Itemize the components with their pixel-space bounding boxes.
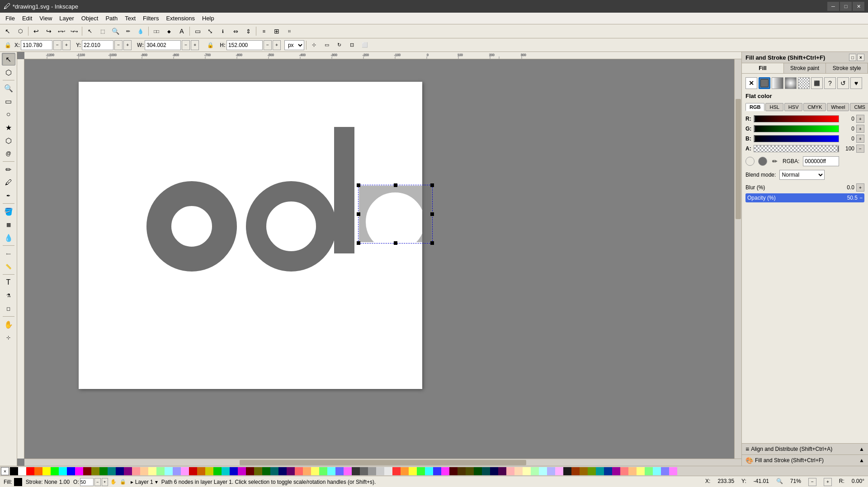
palette-color-swatch[interactable] xyxy=(474,467,482,475)
handle-ml[interactable] xyxy=(357,212,360,216)
palette-color-swatch[interactable] xyxy=(466,467,474,475)
palette-color-swatch[interactable] xyxy=(311,467,319,475)
snap-nodes-btn[interactable]: ⊹ xyxy=(308,40,320,51)
spiral-tool[interactable]: @ xyxy=(2,147,15,160)
select-same-btn[interactable]: ◆ xyxy=(163,26,175,37)
r-slider-thumb[interactable] xyxy=(754,116,755,122)
fill-pattern-btn[interactable] xyxy=(798,77,810,89)
palette-color-swatch[interactable] xyxy=(197,467,205,475)
handle-mr[interactable] xyxy=(430,212,434,216)
spray-tool[interactable]: ⚗ xyxy=(2,289,15,302)
palette-color-swatch[interactable] xyxy=(425,467,433,475)
palette-color-swatch[interactable] xyxy=(246,467,254,475)
a-minus-btn[interactable]: − xyxy=(856,145,864,153)
coord-h-input[interactable]: 152.000 xyxy=(226,40,263,50)
zoom-in-tool[interactable]: 🔍 xyxy=(2,82,15,94)
palette-color-swatch[interactable] xyxy=(91,467,99,475)
palette-color-swatch[interactable] xyxy=(75,467,83,475)
handle-br[interactable] xyxy=(430,241,434,245)
canvas-scrollbar-h[interactable] xyxy=(24,459,741,466)
palette-color-swatch[interactable] xyxy=(490,467,498,475)
palette-color-swatch[interactable] xyxy=(18,467,26,475)
opacity-status-input[interactable] xyxy=(80,478,94,486)
palette-color-swatch[interactable] xyxy=(376,467,384,475)
align-distribute-panel-btn[interactable]: ≡ Align and Distribute (Shift+Ctrl+A) ▲ xyxy=(742,443,868,454)
palette-color-swatch[interactable] xyxy=(270,467,278,475)
palette-color-swatch[interactable] xyxy=(108,467,116,475)
palette-color-swatch[interactable] xyxy=(327,467,335,475)
palette-color-swatch[interactable] xyxy=(59,467,67,475)
palette-color-swatch[interactable] xyxy=(482,467,490,475)
menu-file[interactable]: File xyxy=(2,14,19,23)
color-tab-hsv[interactable]: HSV xyxy=(784,103,803,111)
palette-color-swatch[interactable] xyxy=(295,467,303,475)
menu-view[interactable]: View xyxy=(36,14,56,23)
fill-radial-btn[interactable] xyxy=(785,77,797,89)
undo-btn[interactable]: ↩ xyxy=(30,26,42,37)
unit-select[interactable]: pxmmcmin xyxy=(284,40,304,50)
palette-color-swatch[interactable] xyxy=(352,467,360,475)
palette-color-swatch[interactable] xyxy=(132,467,140,475)
menu-path[interactable]: Path xyxy=(102,14,121,23)
calligraphy-tool[interactable]: ✒ xyxy=(2,189,15,202)
selector-tool[interactable]: ↖ xyxy=(2,53,15,66)
palette-color-swatch[interactable] xyxy=(563,467,571,475)
canvas-area[interactable]: -1200 -1100 -1000 -900 -800 -700 -600 -5… xyxy=(17,52,741,466)
grid-btn[interactable]: ⊞ xyxy=(271,26,283,37)
zoom-tool-btn[interactable]: 🔍 xyxy=(109,26,121,37)
blur-plus-btn[interactable]: + xyxy=(856,183,864,192)
palette-color-swatch[interactable] xyxy=(645,467,653,475)
coord-h-minus[interactable]: − xyxy=(264,40,272,50)
b-slider-thumb[interactable] xyxy=(754,136,755,141)
palette-color-swatch[interactable] xyxy=(238,467,246,475)
coord-y-minus[interactable]: − xyxy=(114,40,123,50)
palette-color-swatch[interactable] xyxy=(571,467,580,475)
redo-history-btn[interactable]: ↪↪ xyxy=(68,26,80,37)
select-all-btn[interactable]: □□ xyxy=(151,26,162,37)
ellipse-tool[interactable]: ○ xyxy=(2,108,15,121)
palette-color-swatch[interactable] xyxy=(458,467,466,475)
palette-color-swatch[interactable] xyxy=(620,467,628,475)
fill-unset-btn[interactable]: ↺ xyxy=(837,77,849,89)
minimize-button[interactable]: ─ xyxy=(827,2,839,11)
redo-btn[interactable]: ↪ xyxy=(43,26,55,37)
palette-color-swatch[interactable] xyxy=(222,467,230,475)
palette-color-swatch[interactable] xyxy=(124,467,132,475)
flip-v-btn[interactable]: ⇕ xyxy=(242,26,254,37)
palette-color-swatch[interactable] xyxy=(547,467,555,475)
fill-special-btn[interactable]: ♥ xyxy=(850,77,862,89)
snap-btn[interactable]: ⌗ xyxy=(283,26,295,37)
r-slider[interactable] xyxy=(754,115,839,122)
palette-color-swatch[interactable] xyxy=(555,467,563,475)
handle-tr[interactable] xyxy=(430,183,434,187)
rubber-band-btn[interactable]: ⬚ xyxy=(97,26,108,37)
palette-color-swatch[interactable] xyxy=(34,467,42,475)
tab-stroke-style[interactable]: Stroke style xyxy=(826,63,868,73)
tab-fill[interactable]: Fill xyxy=(742,63,784,73)
palette-color-swatch[interactable] xyxy=(392,467,401,475)
palette-none-btn[interactable]: × xyxy=(1,467,9,475)
menu-help[interactable]: Help xyxy=(198,14,218,23)
fill-stroke-panel-btn[interactable]: 🎨 Fill and Stroke (Shift+Ctrl+F) ▲ xyxy=(742,454,868,466)
g-slider[interactable] xyxy=(754,125,839,132)
panel-close-btn[interactable]: × xyxy=(857,54,864,61)
palette-color-swatch[interactable] xyxy=(148,467,156,475)
opacity-row[interactable]: Opacity (%) 50.5 − xyxy=(745,193,864,202)
hand-tool[interactable]: ✋ xyxy=(2,318,15,331)
tab-stroke-paint[interactable]: Stroke paint xyxy=(784,63,826,73)
flip-h-btn[interactable]: ⇔ xyxy=(230,26,241,37)
opacity-status-plus[interactable]: + xyxy=(102,478,108,486)
palette-color-swatch[interactable] xyxy=(539,467,547,475)
a-slider[interactable] xyxy=(754,145,839,152)
palette-color-swatch[interactable] xyxy=(335,467,344,475)
text-btn[interactable]: A xyxy=(176,26,188,37)
palette-color-swatch[interactable] xyxy=(628,467,637,475)
color-tab-rgb[interactable]: RGB xyxy=(745,103,764,111)
dropper-btn[interactable]: 💧 xyxy=(135,26,146,37)
text-tool[interactable]: T xyxy=(2,276,15,289)
palette-color-swatch[interactable] xyxy=(287,467,295,475)
fill-none-btn[interactable]: ✕ xyxy=(745,77,757,89)
palette-color-swatch[interactable] xyxy=(26,467,34,475)
palette-color-swatch[interactable] xyxy=(189,467,197,475)
palette-color-swatch[interactable] xyxy=(173,467,181,475)
